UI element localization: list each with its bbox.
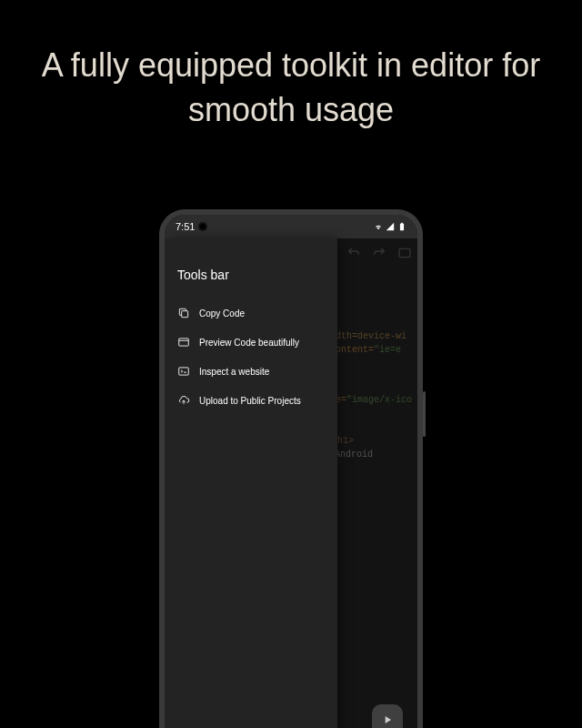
phone-mockup: 7:51 idth=device-wi content="ie= bbox=[159, 209, 423, 728]
camera-hole-icon bbox=[200, 224, 206, 229]
drawer-item-label: Upload to Public Projects bbox=[199, 396, 301, 406]
wifi-icon bbox=[374, 222, 383, 231]
status-bar: 7:51 bbox=[165, 215, 417, 238]
drawer-item-copy-code[interactable]: Copy Code bbox=[165, 298, 337, 328]
terminal-icon bbox=[177, 365, 190, 378]
drawer-item-preview[interactable]: Preview Code beautifully bbox=[165, 328, 337, 357]
page-headline: A fully equipped toolkit in editor for s… bbox=[0, 0, 582, 132]
battery-icon bbox=[397, 222, 406, 231]
svg-rect-1 bbox=[182, 311, 188, 318]
run-fab[interactable] bbox=[372, 704, 403, 728]
tools-drawer: Tools bar Copy Code Preview Code beautif… bbox=[165, 238, 337, 728]
cloud-upload-icon bbox=[177, 394, 190, 407]
preview-code-icon bbox=[177, 336, 190, 349]
drawer-item-upload[interactable]: Upload to Public Projects bbox=[165, 386, 337, 415]
phone-side-button bbox=[423, 391, 426, 437]
app-body: idth=device-wi content="ie=e ge="image/x… bbox=[165, 238, 417, 728]
phone-frame: 7:51 idth=device-wi content="ie= bbox=[159, 209, 423, 728]
signal-icon bbox=[386, 222, 395, 231]
drawer-title: Tools bar bbox=[165, 257, 337, 298]
drawer-item-inspect[interactable]: Inspect a website bbox=[165, 357, 337, 386]
phone-screen: 7:51 idth=device-wi content="ie= bbox=[165, 215, 417, 728]
svg-rect-3 bbox=[179, 368, 189, 375]
svg-rect-2 bbox=[179, 339, 189, 346]
drawer-item-label: Copy Code bbox=[199, 308, 245, 318]
status-time: 7:51 bbox=[176, 221, 195, 232]
status-icons bbox=[374, 222, 406, 231]
drawer-item-label: Inspect a website bbox=[199, 367, 269, 377]
play-icon bbox=[381, 713, 394, 726]
drawer-item-label: Preview Code beautifully bbox=[199, 338, 299, 348]
copy-icon bbox=[177, 307, 190, 319]
